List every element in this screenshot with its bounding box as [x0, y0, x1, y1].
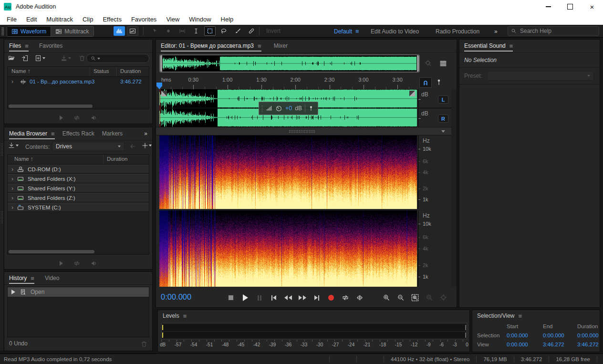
workspace-edit-audio-to-video[interactable]: Edit Audio to Video — [371, 25, 419, 38]
waveform-mode-button[interactable]: Waveform — [7, 27, 51, 36]
search-help-input[interactable] — [519, 27, 583, 35]
auto-play-button[interactable] — [91, 114, 97, 121]
open-file-button[interactable] — [8, 55, 15, 62]
clear-history-button[interactable] — [141, 341, 147, 347]
spectrogram-left-channel[interactable] — [159, 135, 417, 209]
spot-healing-brush-tool-button[interactable] — [246, 26, 257, 36]
fast-forward-button[interactable] — [297, 292, 308, 303]
panel-menu-icon[interactable]: ≡ — [51, 130, 55, 137]
fade-out-handle[interactable] — [409, 91, 415, 96]
move-tool-button[interactable] — [149, 26, 160, 36]
files-col-duration[interactable]: Duration — [120, 68, 141, 74]
level-meter[interactable] — [161, 323, 467, 339]
loop-preview-button[interactable] — [73, 114, 80, 121]
menu-file[interactable]: File — [2, 13, 21, 25]
zoom-out-full-icon[interactable] — [424, 60, 432, 67]
paintbrush-tool-button[interactable] — [232, 26, 243, 36]
zoom-navigator[interactable] — [159, 54, 420, 73]
media-col-duration[interactable]: Duration — [107, 156, 127, 162]
tab-favorites[interactable]: Favorites — [39, 40, 62, 52]
expand-chevron-icon[interactable]: › — [11, 166, 13, 173]
tab-effects-rack[interactable]: Effects Rack — [62, 127, 94, 140]
back-button[interactable] — [129, 143, 136, 150]
show-spectral-toggle[interactable] — [127, 26, 138, 36]
drive-row[interactable]: ›Shared Folders (Z:) — [8, 193, 149, 202]
fade-in-handle[interactable] — [161, 91, 167, 96]
auto-play-button[interactable] — [91, 260, 97, 267]
import-file-button[interactable] — [21, 55, 28, 62]
file-row[interactable]: › 01 - Вр...до рассвета.mp3 3:46.272 — [8, 77, 149, 86]
loop-playback-button[interactable] — [340, 292, 351, 303]
gain-knob-icon[interactable] — [275, 105, 282, 112]
menu-multitrack[interactable]: Multitrack — [42, 13, 78, 25]
toolbar-grip[interactable] — [1, 27, 4, 35]
tab-markers[interactable]: Markers — [102, 127, 123, 140]
tab-files[interactable]: Files≡ — [9, 40, 29, 52]
contents-dropdown[interactable]: Drives — [52, 142, 125, 151]
timeline-ruler[interactable]: hms 0:301:001:302:002:303:003:30 — [159, 76, 417, 90]
view-end[interactable]: 3:46.272 — [543, 342, 577, 347]
menu-favorites[interactable]: Favorites — [126, 13, 161, 25]
left-channel-button[interactable]: L — [438, 95, 448, 104]
play-button[interactable] — [239, 292, 251, 303]
expand-chevron-icon[interactable]: › — [11, 185, 13, 192]
panel-menu-icon[interactable]: ≡ — [509, 42, 513, 50]
workspace-default[interactable]: Default≡ — [334, 25, 359, 38]
history-item-open[interactable]: Open — [8, 287, 149, 297]
files-scrollbar[interactable] — [9, 104, 93, 108]
waveform-display[interactable]: +0 dB — [159, 89, 417, 127]
slip-tool-button[interactable] — [163, 26, 174, 36]
panel-splitter[interactable] — [0, 39, 3, 351]
maximize-button[interactable] — [559, 0, 581, 13]
new-file-button[interactable] — [35, 55, 45, 62]
drive-row[interactable]: ›Shared Folders (Y:) — [8, 184, 149, 193]
panel-menu-icon[interactable]: ≡ — [25, 42, 29, 50]
multitrack-mode-button[interactable]: Multitrack — [51, 27, 93, 36]
search-help-box[interactable] — [508, 26, 599, 36]
invert-button[interactable]: Invert — [263, 26, 283, 36]
view-duration[interactable]: 3:46.272 — [577, 342, 603, 347]
skip-to-start-button[interactable] — [268, 292, 280, 303]
expand-chevron-icon[interactable]: › — [11, 195, 13, 201]
files-col-name[interactable]: Name ↑ — [11, 68, 31, 74]
divider-collapse-icon[interactable] — [441, 130, 445, 133]
menu-clip[interactable]: Clip — [78, 13, 98, 25]
preview-play-button[interactable] — [60, 261, 63, 266]
show-waveform-toggle[interactable] — [114, 26, 125, 36]
files-search-box[interactable] — [86, 54, 149, 63]
menu-window[interactable]: Window — [184, 13, 216, 25]
stop-button[interactable] — [225, 292, 237, 303]
media-col-name[interactable]: Name ↑ — [14, 156, 33, 162]
expand-chevron-icon[interactable]: › — [11, 204, 13, 211]
marquee-selection-tool-button[interactable] — [204, 26, 216, 36]
loop-preview-button[interactable] — [73, 260, 80, 267]
workspace-overflow-chevron[interactable]: » — [494, 25, 498, 38]
zoom-out-selection-button[interactable] — [424, 292, 435, 303]
zoom-reset-button[interactable] — [438, 292, 449, 303]
zoom-in-time-button[interactable] — [381, 292, 392, 303]
selection-start[interactable]: 0:00.000 — [507, 333, 543, 338]
tab-essential-sound[interactable]: Essential Sound≡ — [464, 40, 513, 52]
tab-video[interactable]: Video — [45, 272, 59, 284]
divider-grip[interactable] — [289, 130, 315, 133]
tab-editor[interactable]: Editor: 01 - Время до рассвета.mp3≡ — [161, 40, 261, 52]
tab-history[interactable]: History≡ — [9, 272, 34, 284]
tab-mixer[interactable]: Mixer — [274, 40, 288, 52]
preview-play-button[interactable] — [60, 115, 63, 120]
zoom-to-selection-button[interactable] — [409, 292, 421, 303]
files-col-status[interactable]: Status — [94, 68, 109, 74]
marker-pin-icon[interactable] — [436, 79, 442, 85]
skip-selection-button[interactable] — [354, 292, 365, 303]
media-import-button[interactable] — [8, 142, 19, 149]
workspace-radio-production[interactable]: Radio Production — [436, 25, 479, 38]
menu-view[interactable]: View — [161, 13, 184, 25]
drive-row[interactable]: ›CD-ROM (D:) — [8, 165, 149, 174]
spectrogram-right-channel[interactable] — [159, 210, 417, 287]
selection-end[interactable]: 0:00.000 — [543, 333, 577, 338]
menu-help[interactable]: Help — [216, 13, 239, 25]
tab-media-browser[interactable]: Media Browser≡ — [9, 127, 55, 140]
expand-chevron-icon[interactable]: › — [11, 78, 13, 85]
pause-button[interactable] — [254, 292, 265, 303]
hud-grip[interactable] — [261, 105, 263, 112]
lasso-selection-tool-button[interactable] — [218, 26, 229, 36]
